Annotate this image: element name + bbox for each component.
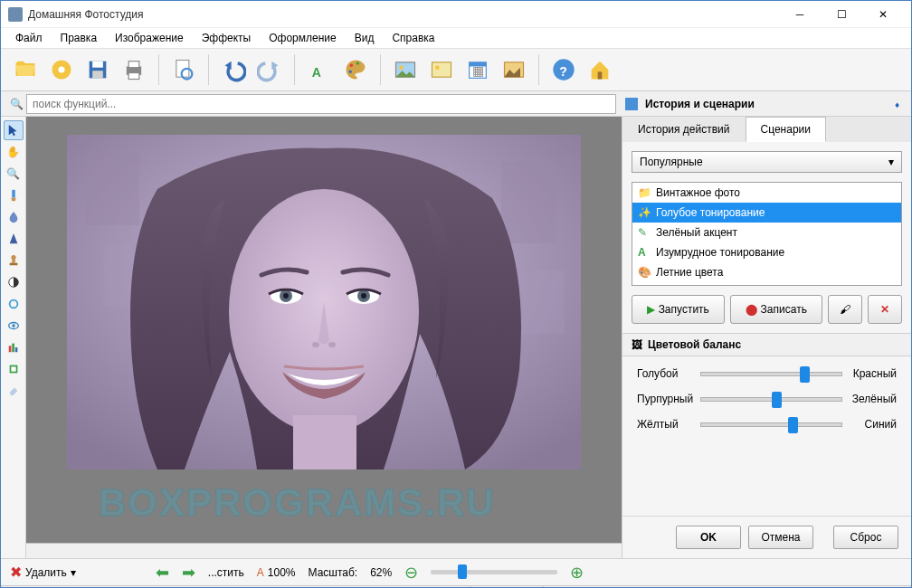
dropdown-value: Популярные: [640, 156, 703, 168]
collapse-panel-icon[interactable]: ⬧: [894, 98, 900, 110]
chevron-down-icon: ▾: [888, 156, 894, 168]
undo-icon[interactable]: [216, 52, 251, 87]
svg-point-1: [59, 67, 65, 73]
panel-toggle-icon[interactable]: [625, 98, 638, 110]
brush-icon: 🖌: [840, 303, 850, 316]
menu-effects[interactable]: Эффекты: [193, 29, 261, 47]
reset-button[interactable]: Сброс: [833, 526, 898, 549]
menu-help[interactable]: Справка: [383, 29, 443, 47]
svg-rect-16: [432, 62, 451, 77]
image-1-icon[interactable]: [388, 52, 423, 87]
contrast-tool[interactable]: [4, 272, 24, 292]
record-button[interactable]: ⬤Записать: [730, 295, 823, 324]
svg-point-12: [356, 62, 360, 65]
redo-icon[interactable]: [252, 52, 287, 87]
next-button[interactable]: ➡: [182, 563, 195, 583]
run-button[interactable]: ▶Запустить: [632, 295, 725, 324]
x-red-icon: ✖: [10, 564, 22, 581]
zoom-slider[interactable]: [431, 570, 557, 574]
fit-button[interactable]: ...стить: [208, 566, 244, 579]
slider-label-magenta: Пурпурный: [637, 393, 695, 405]
picture-icon: 🖼: [632, 338, 642, 351]
minimize-button[interactable]: ─: [779, 1, 821, 28]
scenario-category-dropdown[interactable]: Популярные ▾: [632, 151, 902, 173]
menu-image[interactable]: Изображение: [106, 29, 193, 47]
preview-icon[interactable]: [166, 52, 201, 87]
image-2-icon[interactable]: [424, 52, 459, 87]
hand-tool[interactable]: ✋: [4, 142, 24, 162]
cancel-button[interactable]: Отмена: [748, 526, 813, 549]
home-icon[interactable]: [583, 52, 617, 87]
scenario-item-blue-tone[interactable]: ✨Голубое тонирование: [632, 203, 901, 223]
slider-cyan-red[interactable]: [700, 367, 842, 380]
menu-bar: Файл Правка Изображение Эффекты Оформлен…: [1, 28, 911, 48]
panel-tabs: История действий Сценарии: [622, 117, 911, 142]
templates-icon[interactable]: [497, 52, 531, 87]
close-button[interactable]: ✕: [862, 1, 904, 28]
zoom-in-button[interactable]: ⊕: [570, 563, 584, 583]
help-icon[interactable]: ?: [546, 52, 581, 87]
svg-point-51: [361, 293, 366, 299]
folder-icon: 📁: [638, 186, 651, 199]
panel-title: История и сценарии: [645, 98, 755, 110]
tab-history[interactable]: История действий: [622, 117, 746, 142]
canvas-viewport[interactable]: BOXPROGRAMS.RU: [26, 117, 622, 543]
scenario-item-emerald[interactable]: AИзумрудное тонирование: [632, 242, 901, 262]
circle-tool[interactable]: [4, 294, 24, 314]
menu-view[interactable]: Вид: [346, 29, 384, 47]
svg-rect-45: [293, 415, 356, 469]
svg-rect-4: [92, 71, 103, 78]
eye-tool[interactable]: [4, 316, 24, 336]
sharpen-tool[interactable]: [4, 229, 24, 249]
pointer-tool[interactable]: [4, 120, 24, 140]
ok-button[interactable]: OK: [676, 526, 741, 549]
zoom-100-button[interactable]: A100%: [257, 566, 296, 579]
delete-button[interactable]: ✖Удалить▾: [10, 564, 76, 581]
scenario-item-summer[interactable]: 🎨Летние цвета: [632, 262, 901, 282]
scenario-list[interactable]: 📁Винтажное фото ✨Голубое тонирование ✎Зе…: [632, 182, 902, 286]
calendar-icon[interactable]: ▦: [461, 52, 495, 87]
brush-tool[interactable]: [4, 185, 24, 205]
menu-design[interactable]: Оформление: [260, 29, 345, 47]
crop-tool[interactable]: [4, 359, 24, 379]
eraser-tool[interactable]: [4, 381, 24, 401]
brush-action-button[interactable]: 🖌: [828, 295, 862, 324]
palette-icon[interactable]: [338, 52, 373, 87]
tab-scenarios[interactable]: Сценарии: [746, 117, 826, 142]
slider-yellow-blue[interactable]: [700, 418, 842, 431]
horizontal-scrollbar[interactable]: [26, 543, 622, 558]
stamp-tool[interactable]: [4, 251, 24, 270]
title-bar: Домашняя Фотостудия ─ ☐ ✕: [1, 1, 911, 28]
svg-text:?: ?: [559, 64, 567, 79]
scale-label: Масштаб:: [309, 566, 358, 579]
blur-tool[interactable]: [4, 207, 24, 227]
svg-rect-41: [501, 162, 556, 243]
svg-point-13: [348, 71, 352, 74]
open-folder-icon[interactable]: [8, 52, 43, 87]
svg-rect-28: [12, 259, 15, 262]
slider-magenta-green[interactable]: [700, 393, 842, 405]
svg-point-31: [9, 300, 17, 308]
scenario-item-vintage[interactable]: 📁Винтажное фото: [632, 183, 901, 203]
maximize-button[interactable]: ☐: [821, 1, 862, 28]
slider-label-cyan: Голубой: [637, 367, 695, 380]
minus-icon: ⊖: [404, 563, 418, 583]
canvas-image[interactable]: [67, 135, 581, 469]
svg-point-52: [312, 342, 319, 347]
menu-file[interactable]: Файл: [6, 29, 52, 47]
svg-text:A: A: [312, 65, 321, 80]
prev-button[interactable]: ⬅: [156, 563, 169, 583]
svg-rect-29: [9, 263, 17, 266]
levels-tool[interactable]: [4, 337, 24, 357]
menu-edit[interactable]: Правка: [52, 29, 107, 47]
delete-action-button[interactable]: ✕: [868, 295, 902, 324]
save-icon[interactable]: [81, 52, 115, 87]
cd-icon[interactable]: [44, 52, 79, 87]
text-icon[interactable]: A: [302, 52, 337, 87]
search-input[interactable]: [26, 94, 616, 114]
print-icon[interactable]: [117, 52, 151, 87]
zoom-out-button[interactable]: ⊖: [404, 563, 418, 583]
scenario-item-green-accent[interactable]: ✎Зелёный акцент: [632, 223, 901, 242]
zoom-tool[interactable]: 🔍: [4, 164, 24, 184]
svg-rect-7: [128, 73, 139, 80]
